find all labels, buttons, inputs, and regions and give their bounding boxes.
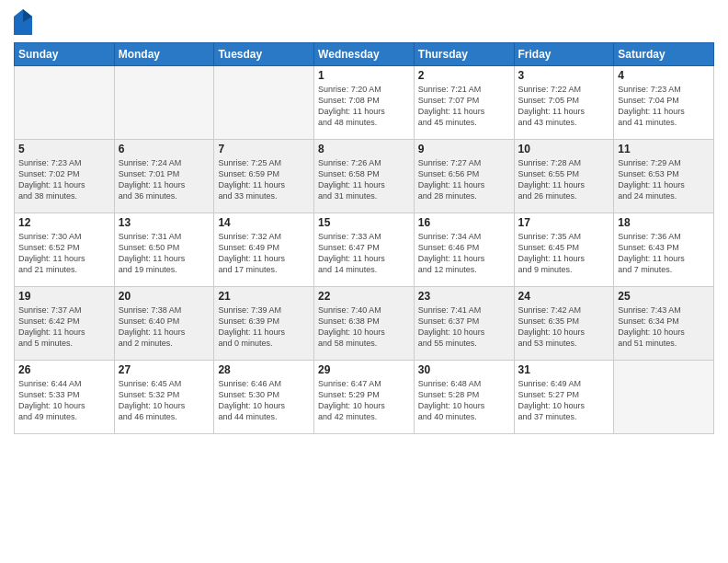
weekday-thursday: Thursday bbox=[414, 43, 514, 66]
weekday-header-row: SundayMondayTuesdayWednesdayThursdayFrid… bbox=[15, 43, 714, 66]
week-row-2: 5Sunrise: 7:23 AM Sunset: 7:02 PM Daylig… bbox=[15, 140, 714, 213]
day-cell: 25Sunrise: 7:43 AM Sunset: 6:34 PM Dayli… bbox=[614, 287, 714, 361]
week-row-5: 26Sunrise: 6:44 AM Sunset: 5:33 PM Dayli… bbox=[15, 361, 714, 434]
day-info: Sunrise: 7:40 AM Sunset: 6:38 PM Dayligh… bbox=[318, 304, 410, 350]
day-cell: 27Sunrise: 6:45 AM Sunset: 5:32 PM Dayli… bbox=[114, 361, 214, 434]
day-info: Sunrise: 7:39 AM Sunset: 6:39 PM Dayligh… bbox=[218, 304, 310, 350]
weekday-tuesday: Tuesday bbox=[214, 43, 314, 66]
header bbox=[14, 9, 714, 35]
day-number: 12 bbox=[18, 216, 110, 229]
day-info: Sunrise: 7:38 AM Sunset: 6:40 PM Dayligh… bbox=[119, 304, 210, 350]
day-info: Sunrise: 7:33 AM Sunset: 6:47 PM Dayligh… bbox=[318, 231, 410, 276]
day-cell: 1Sunrise: 7:20 AM Sunset: 7:08 PM Daylig… bbox=[314, 66, 415, 140]
logo bbox=[14, 9, 36, 35]
day-number: 3 bbox=[518, 69, 610, 82]
day-number: 1 bbox=[318, 69, 410, 82]
day-number: 21 bbox=[218, 290, 310, 303]
day-info: Sunrise: 6:47 AM Sunset: 5:29 PM Dayligh… bbox=[318, 378, 410, 423]
day-number: 26 bbox=[18, 363, 110, 376]
day-info: Sunrise: 7:22 AM Sunset: 7:05 PM Dayligh… bbox=[518, 84, 610, 129]
weekday-friday: Friday bbox=[514, 43, 614, 66]
calendar: SundayMondayTuesdayWednesdayThursdayFrid… bbox=[14, 42, 714, 434]
day-number: 24 bbox=[518, 290, 610, 303]
day-number: 5 bbox=[18, 143, 110, 155]
day-info: Sunrise: 7:20 AM Sunset: 7:08 PM Dayligh… bbox=[318, 84, 410, 129]
day-number: 10 bbox=[518, 143, 610, 155]
day-number: 6 bbox=[119, 143, 210, 155]
day-number: 20 bbox=[119, 290, 210, 303]
day-number: 7 bbox=[218, 143, 310, 155]
page: SundayMondayTuesdayWednesdayThursdayFrid… bbox=[0, 0, 728, 563]
day-info: Sunrise: 7:27 AM Sunset: 6:56 PM Dayligh… bbox=[418, 157, 510, 202]
day-info: Sunrise: 7:35 AM Sunset: 6:45 PM Dayligh… bbox=[518, 231, 610, 276]
day-info: Sunrise: 7:23 AM Sunset: 7:02 PM Dayligh… bbox=[18, 157, 110, 202]
weekday-saturday: Saturday bbox=[614, 43, 714, 66]
day-cell: 7Sunrise: 7:25 AM Sunset: 6:59 PM Daylig… bbox=[214, 140, 314, 213]
day-number: 4 bbox=[618, 69, 710, 82]
day-cell: 20Sunrise: 7:38 AM Sunset: 6:40 PM Dayli… bbox=[114, 287, 214, 361]
day-number: 28 bbox=[218, 363, 310, 376]
day-number: 8 bbox=[318, 143, 410, 155]
day-info: Sunrise: 6:46 AM Sunset: 5:30 PM Dayligh… bbox=[218, 378, 310, 423]
day-cell: 30Sunrise: 6:48 AM Sunset: 5:28 PM Dayli… bbox=[414, 361, 514, 434]
day-cell: 28Sunrise: 6:46 AM Sunset: 5:30 PM Dayli… bbox=[214, 361, 314, 434]
day-number: 25 bbox=[618, 290, 710, 303]
day-info: Sunrise: 6:45 AM Sunset: 5:32 PM Dayligh… bbox=[119, 378, 210, 423]
day-number: 29 bbox=[318, 363, 410, 376]
weekday-wednesday: Wednesday bbox=[314, 43, 415, 66]
day-cell: 19Sunrise: 7:37 AM Sunset: 6:42 PM Dayli… bbox=[15, 287, 115, 361]
day-cell: 13Sunrise: 7:31 AM Sunset: 6:50 PM Dayli… bbox=[114, 213, 214, 287]
day-info: Sunrise: 7:21 AM Sunset: 7:07 PM Dayligh… bbox=[418, 84, 510, 129]
day-number: 23 bbox=[418, 290, 510, 303]
day-info: Sunrise: 6:44 AM Sunset: 5:33 PM Dayligh… bbox=[18, 378, 110, 423]
day-cell: 22Sunrise: 7:40 AM Sunset: 6:38 PM Dayli… bbox=[314, 287, 415, 361]
day-cell: 11Sunrise: 7:29 AM Sunset: 6:53 PM Dayli… bbox=[614, 140, 714, 213]
day-cell: 3Sunrise: 7:22 AM Sunset: 7:05 PM Daylig… bbox=[514, 66, 614, 140]
day-cell: 6Sunrise: 7:24 AM Sunset: 7:01 PM Daylig… bbox=[114, 140, 214, 213]
day-number: 14 bbox=[218, 216, 310, 229]
day-info: Sunrise: 7:43 AM Sunset: 6:34 PM Dayligh… bbox=[618, 304, 710, 350]
day-cell: 24Sunrise: 7:42 AM Sunset: 6:35 PM Dayli… bbox=[514, 287, 614, 361]
day-cell: 21Sunrise: 7:39 AM Sunset: 6:39 PM Dayli… bbox=[214, 287, 314, 361]
day-number: 16 bbox=[418, 216, 510, 229]
day-info: Sunrise: 6:49 AM Sunset: 5:27 PM Dayligh… bbox=[518, 378, 610, 423]
week-row-4: 19Sunrise: 7:37 AM Sunset: 6:42 PM Dayli… bbox=[15, 287, 714, 361]
day-number: 19 bbox=[18, 290, 110, 303]
day-cell: 29Sunrise: 6:47 AM Sunset: 5:29 PM Dayli… bbox=[314, 361, 415, 434]
day-info: Sunrise: 7:41 AM Sunset: 6:37 PM Dayligh… bbox=[418, 304, 510, 350]
day-info: Sunrise: 7:26 AM Sunset: 6:58 PM Dayligh… bbox=[318, 157, 410, 202]
day-cell: 5Sunrise: 7:23 AM Sunset: 7:02 PM Daylig… bbox=[15, 140, 115, 213]
day-cell bbox=[114, 66, 214, 140]
day-cell: 2Sunrise: 7:21 AM Sunset: 7:07 PM Daylig… bbox=[414, 66, 514, 140]
day-number: 27 bbox=[119, 363, 210, 376]
day-number: 9 bbox=[418, 143, 510, 155]
day-info: Sunrise: 6:48 AM Sunset: 5:28 PM Dayligh… bbox=[418, 378, 510, 423]
day-cell: 12Sunrise: 7:30 AM Sunset: 6:52 PM Dayli… bbox=[15, 213, 115, 287]
day-cell: 10Sunrise: 7:28 AM Sunset: 6:55 PM Dayli… bbox=[514, 140, 614, 213]
day-number: 11 bbox=[618, 143, 710, 155]
day-cell: 17Sunrise: 7:35 AM Sunset: 6:45 PM Dayli… bbox=[514, 213, 614, 287]
day-number: 13 bbox=[119, 216, 210, 229]
weekday-sunday: Sunday bbox=[15, 43, 115, 66]
day-cell: 14Sunrise: 7:32 AM Sunset: 6:49 PM Dayli… bbox=[214, 213, 314, 287]
weekday-monday: Monday bbox=[114, 43, 214, 66]
day-cell: 8Sunrise: 7:26 AM Sunset: 6:58 PM Daylig… bbox=[314, 140, 415, 213]
day-number: 2 bbox=[418, 69, 510, 82]
day-info: Sunrise: 7:25 AM Sunset: 6:59 PM Dayligh… bbox=[218, 157, 310, 202]
day-cell: 16Sunrise: 7:34 AM Sunset: 6:46 PM Dayli… bbox=[414, 213, 514, 287]
day-number: 30 bbox=[418, 363, 510, 376]
day-number: 15 bbox=[318, 216, 410, 229]
day-info: Sunrise: 7:23 AM Sunset: 7:04 PM Dayligh… bbox=[618, 84, 710, 129]
day-info: Sunrise: 7:29 AM Sunset: 6:53 PM Dayligh… bbox=[618, 157, 710, 202]
day-number: 17 bbox=[518, 216, 610, 229]
day-cell: 9Sunrise: 7:27 AM Sunset: 6:56 PM Daylig… bbox=[414, 140, 514, 213]
day-info: Sunrise: 7:30 AM Sunset: 6:52 PM Dayligh… bbox=[18, 231, 110, 276]
day-cell bbox=[214, 66, 314, 140]
day-info: Sunrise: 7:31 AM Sunset: 6:50 PM Dayligh… bbox=[119, 231, 210, 276]
day-cell: 18Sunrise: 7:36 AM Sunset: 6:43 PM Dayli… bbox=[614, 213, 714, 287]
day-number: 18 bbox=[618, 216, 710, 229]
day-info: Sunrise: 7:24 AM Sunset: 7:01 PM Dayligh… bbox=[119, 157, 210, 202]
day-info: Sunrise: 7:42 AM Sunset: 6:35 PM Dayligh… bbox=[518, 304, 610, 350]
day-cell: 31Sunrise: 6:49 AM Sunset: 5:27 PM Dayli… bbox=[514, 361, 614, 434]
day-info: Sunrise: 7:34 AM Sunset: 6:46 PM Dayligh… bbox=[418, 231, 510, 276]
